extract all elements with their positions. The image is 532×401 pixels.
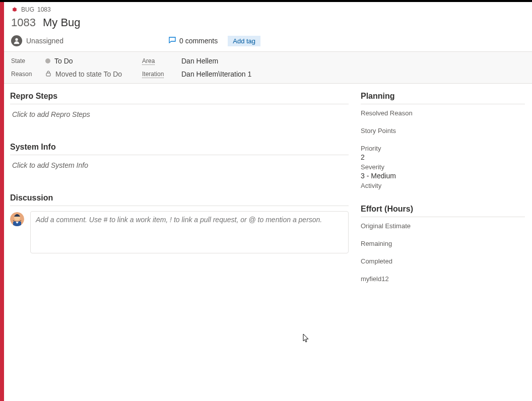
assignee-label: Unassigned [26, 37, 63, 45]
activity-field[interactable]: Activity [361, 182, 525, 189]
bug-icon [11, 6, 18, 13]
add-tag-button[interactable]: Add tag [228, 36, 260, 46]
priority-field[interactable]: Priority 2 [361, 145, 525, 161]
original-estimate-field[interactable]: Original Estimate [361, 222, 525, 230]
severity-label: Severity [361, 163, 525, 171]
comments-link[interactable]: 0 comments [168, 36, 218, 46]
state-grid: State To Do Area Dan Hellem Reason Moved… [4, 51, 532, 84]
priority-label: Priority [361, 145, 525, 152]
reason-value: Moved to state To Do [45, 70, 139, 78]
planning-header: Planning [361, 92, 525, 104]
type-color-bar [0, 2, 4, 401]
breadcrumb: BUG 1083 [4, 2, 532, 14]
repro-steps-header: Repro Steps [10, 92, 349, 104]
state-dot-icon [45, 58, 50, 63]
original-estimate-label: Original Estimate [361, 222, 525, 230]
activity-label: Activity [361, 182, 525, 189]
severity-field[interactable]: Severity 3 - Medium [361, 163, 525, 180]
reason-label: Reason [11, 71, 42, 78]
discussion-row [10, 211, 349, 253]
completed-field[interactable]: Completed [361, 257, 525, 265]
body-columns: Repro Steps Click to add Repro Steps Sys… [4, 84, 532, 401]
left-column: Repro Steps Click to add Repro Steps Sys… [10, 92, 349, 401]
work-item-id: 1083 [11, 16, 36, 29]
work-item-form: BUG 1083 1083 My Bug Unassigned 0 commen… [0, 2, 532, 401]
state-value[interactable]: To Do [45, 57, 139, 65]
story-points-field[interactable]: Story Points [361, 127, 525, 135]
breadcrumb-id: 1083 [37, 6, 51, 13]
svg-point-0 [13, 8, 17, 12]
remaining-field[interactable]: Remaining [361, 240, 525, 247]
comment-icon [168, 36, 176, 46]
lock-icon [45, 70, 51, 78]
discussion-header: Discussion [10, 193, 349, 206]
comments-count: 0 comments [179, 37, 218, 45]
custom-field-label: myfield12 [361, 275, 525, 283]
effort-header: Effort (Hours) [361, 205, 525, 217]
resolved-reason-field[interactable]: Resolved Reason [361, 109, 525, 117]
custom-field[interactable]: myfield12 [361, 275, 525, 283]
state-label: State [11, 57, 42, 64]
comment-input[interactable] [30, 211, 349, 253]
severity-value: 3 - Medium [361, 172, 525, 180]
state-text: To Do [54, 57, 73, 65]
system-info-input[interactable]: Click to add System Info [10, 160, 349, 181]
iteration-label: Iteration [142, 71, 164, 78]
person-icon [11, 35, 22, 46]
right-column: Planning Resolved Reason Story Points Pr… [361, 92, 525, 401]
story-points-label: Story Points [361, 127, 525, 135]
reason-text: Moved to state To Do [55, 70, 122, 78]
completed-label: Completed [361, 257, 525, 265]
svg-point-6 [15, 38, 18, 41]
assignee-picker[interactable]: Unassigned [11, 35, 163, 46]
priority-value: 2 [361, 153, 525, 161]
iteration-value[interactable]: Dan Hellem\Iteration 1 [181, 70, 525, 78]
area-value[interactable]: Dan Hellem [181, 57, 525, 65]
meta-row: Unassigned 0 comments Add tag [4, 34, 532, 51]
system-info-header: System Info [10, 143, 349, 155]
resolved-reason-label: Resolved Reason [361, 109, 525, 117]
work-item-title[interactable]: My Bug [43, 16, 81, 29]
repro-steps-input[interactable]: Click to add Repro Steps [10, 109, 349, 130]
avatar [10, 212, 24, 226]
breadcrumb-type: BUG [21, 6, 34, 13]
remaining-label: Remaining [361, 240, 525, 247]
svg-rect-7 [46, 73, 50, 76]
area-label: Area [142, 57, 155, 65]
title-row: 1083 My Bug [4, 14, 532, 34]
content-area: BUG 1083 1083 My Bug Unassigned 0 commen… [4, 2, 532, 401]
